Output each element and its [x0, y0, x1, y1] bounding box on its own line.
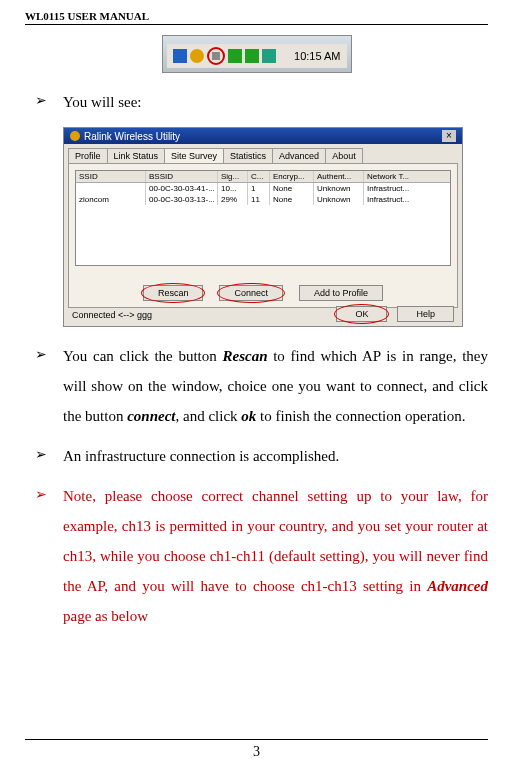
cell-ssid — [76, 183, 146, 194]
rescan-button[interactable]: Rescan — [143, 285, 204, 301]
dialog-title-text: Ralink Wireless Utility — [84, 131, 180, 142]
dialog-titlebar: Ralink Wireless Utility × — [64, 128, 462, 144]
tray-icon-2 — [190, 49, 204, 63]
cell-bssid: 00-0C-30-03-13-... — [146, 194, 218, 205]
col-bssid: BSSID — [146, 171, 218, 182]
ok-word: ok — [241, 408, 256, 424]
bullet-4-a: Note, please choose correct channel sett… — [63, 488, 488, 594]
page-number: 3 — [253, 744, 260, 759]
bullet-3-text: An infrastructure connection is accompli… — [63, 448, 339, 464]
bullet-2: You can click the button Rescan to find … — [35, 341, 488, 431]
col-net: Network T... — [364, 171, 419, 182]
manual-title: WL0115 USER MANUAL — [25, 10, 149, 22]
col-sig: Sig... — [218, 171, 248, 182]
cell-enc: None — [270, 183, 314, 194]
tab-about[interactable]: About — [325, 148, 363, 163]
cell-auth: Unknown — [314, 183, 364, 194]
tray-icon-4 — [245, 49, 259, 63]
col-enc: Encryp... — [270, 171, 314, 182]
tray-icon-3 — [228, 49, 242, 63]
bullet-list-2: You can click the button Rescan to find … — [25, 341, 488, 631]
cell-sig: 29% — [218, 194, 248, 205]
bullet-2-d: to finish the connection operation. — [256, 408, 465, 424]
connect-word: connect — [127, 408, 175, 424]
tray-clock: 10:15 AM — [294, 50, 340, 62]
cell-ch: 11 — [248, 194, 270, 205]
ap-row-0[interactable]: 00-0C-30-03-41-... 10... 1 None Unknown … — [76, 183, 450, 194]
dialog-tabs: Profile Link Status Site Survey Statisti… — [64, 144, 462, 163]
bullet-list: You will see: — [25, 87, 488, 117]
systray-screenshot: 10:15 AM — [162, 35, 352, 73]
cell-ssid: zioncom — [76, 194, 146, 205]
bullet-3: An infrastructure connection is accompli… — [35, 441, 488, 471]
dialog-buttons: Rescan Connect Add to Profile — [69, 285, 457, 301]
rescan-word: Rescan — [223, 348, 268, 364]
cell-sig: 10... — [218, 183, 248, 194]
ap-list: SSID BSSID Sig... C... Encryp... Authent… — [75, 170, 451, 266]
dialog-body: SSID BSSID Sig... C... Encryp... Authent… — [68, 163, 458, 308]
ok-button[interactable]: OK — [336, 306, 387, 322]
cell-net: Infrastruct... — [364, 194, 419, 205]
tab-link-status[interactable]: Link Status — [107, 148, 166, 163]
connect-button[interactable]: Connect — [219, 285, 283, 301]
bullet-2-c: , and click — [176, 408, 242, 424]
tab-advanced[interactable]: Advanced — [272, 148, 326, 163]
systray-box: 10:15 AM — [167, 44, 347, 68]
tab-profile[interactable]: Profile — [68, 148, 108, 163]
tab-site-survey[interactable]: Site Survey — [164, 148, 224, 163]
tray-icons — [173, 47, 295, 65]
add-to-profile-button[interactable]: Add to Profile — [299, 285, 383, 301]
bullet-1: You will see: — [35, 87, 488, 117]
tray-icon-1 — [173, 49, 187, 63]
cell-ch: 1 — [248, 183, 270, 194]
col-ssid: SSID — [76, 171, 146, 182]
col-auth: Authent... — [314, 171, 364, 182]
cell-enc: None — [270, 194, 314, 205]
cell-bssid: 00-0C-30-03-41-... — [146, 183, 218, 194]
tab-statistics[interactable]: Statistics — [223, 148, 273, 163]
advanced-word: Advanced — [427, 578, 488, 594]
page-header: WL0115 USER MANUAL — [25, 10, 488, 25]
tray-icon-circled — [207, 47, 225, 65]
page-footer: 3 — [25, 739, 488, 760]
cell-auth: Unknown — [314, 194, 364, 205]
ap-row-1[interactable]: zioncom 00-0C-30-03-13-... 29% 11 None U… — [76, 194, 450, 205]
dialog-bottom-buttons: OK Help — [336, 306, 454, 322]
ap-list-header: SSID BSSID Sig... C... Encryp... Authent… — [76, 171, 450, 183]
bullet-2-a: You can click the button — [63, 348, 223, 364]
dialog-status: Connected <--> ggg — [72, 310, 152, 320]
cell-net: Infrastruct... — [364, 183, 419, 194]
bullet-4-b: page as below — [63, 608, 148, 624]
dialog-app-icon — [70, 131, 80, 141]
help-button[interactable]: Help — [397, 306, 454, 322]
dialog-screenshot: Ralink Wireless Utility × Profile Link S… — [63, 127, 463, 327]
close-icon[interactable]: × — [442, 130, 456, 142]
col-ch: C... — [248, 171, 270, 182]
bullet-1-text: You will see: — [63, 94, 142, 110]
bullet-4-note: Note, please choose correct channel sett… — [35, 481, 488, 631]
tray-icon-5 — [262, 49, 276, 63]
